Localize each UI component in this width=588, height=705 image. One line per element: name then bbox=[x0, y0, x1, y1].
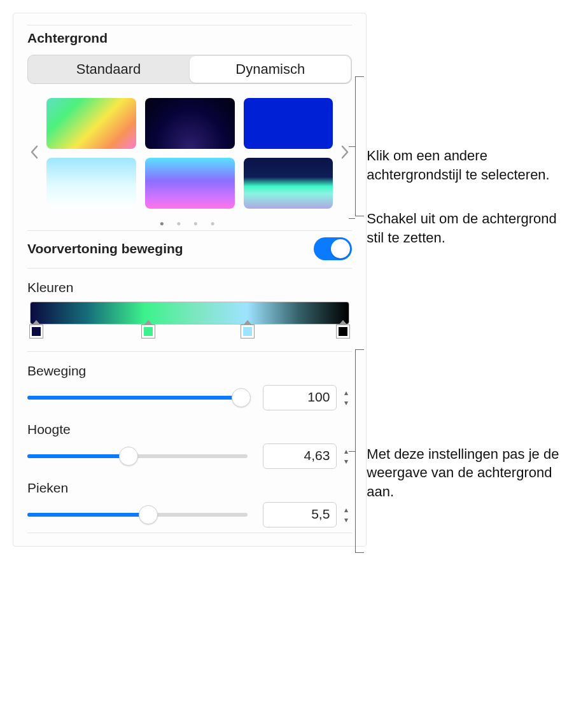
pieken-label: Pieken bbox=[27, 480, 352, 496]
stepper-down-icon[interactable]: ▾ bbox=[340, 398, 352, 407]
callout-toggle-motion: Schakel uit om de achtergrond stil te ze… bbox=[367, 209, 575, 247]
background-style-picker bbox=[27, 98, 352, 209]
hoogte-label: Hoogte bbox=[27, 422, 352, 437]
background-settings-panel: Achtergrond Standaard Dynamisch ● ● ● ● … bbox=[13, 13, 367, 547]
background-section-title: Achtergrond bbox=[27, 31, 352, 46]
background-thumbnail[interactable] bbox=[244, 158, 333, 209]
background-mode-segment: Standaard Dynamisch bbox=[27, 55, 352, 84]
background-thumbnail[interactable] bbox=[244, 98, 333, 149]
hoogte-slider[interactable] bbox=[27, 447, 248, 465]
beweging-slider[interactable] bbox=[27, 389, 248, 407]
divider bbox=[27, 25, 352, 25]
page-dots[interactable]: ● ● ● ● bbox=[27, 219, 352, 228]
color-stop[interactable] bbox=[29, 325, 43, 339]
color-stops-row bbox=[30, 325, 349, 342]
beweging-label: Beweging bbox=[27, 363, 352, 379]
hoogte-value[interactable]: 4,63 bbox=[263, 443, 337, 469]
stepper-up-icon[interactable]: ▴ bbox=[340, 388, 352, 397]
chevron-left-icon[interactable] bbox=[27, 144, 41, 164]
stepper-down-icon[interactable]: ▾ bbox=[340, 515, 352, 524]
callout-column: Klik om een andere achtergrondstijl te s… bbox=[367, 13, 575, 547]
background-thumbnail[interactable] bbox=[46, 98, 136, 149]
pieken-slider[interactable] bbox=[27, 506, 248, 524]
tab-dynamic[interactable]: Dynamisch bbox=[190, 56, 351, 83]
beweging-value[interactable]: 100 bbox=[263, 385, 337, 410]
tab-standard[interactable]: Standaard bbox=[28, 55, 189, 83]
pieken-value[interactable]: 5,5 bbox=[263, 502, 337, 527]
preview-motion-label: Voorvertoning beweging bbox=[27, 241, 183, 256]
background-thumbnail[interactable] bbox=[46, 158, 136, 209]
background-thumbnail[interactable] bbox=[145, 98, 235, 149]
preview-motion-toggle[interactable] bbox=[314, 237, 352, 260]
colors-label: Kleuren bbox=[27, 280, 352, 295]
callout-select-style: Klik om een andere achtergrondstijl te s… bbox=[367, 146, 575, 184]
divider bbox=[27, 351, 352, 352]
divider bbox=[27, 230, 352, 231]
stepper-down-icon[interactable]: ▾ bbox=[340, 457, 352, 466]
divider bbox=[27, 268, 352, 269]
color-gradient-bar[interactable] bbox=[30, 302, 349, 325]
callout-adjust-look: Met deze instellingen pas je de weergave… bbox=[367, 445, 575, 501]
divider bbox=[27, 533, 352, 533]
stepper-up-icon[interactable]: ▴ bbox=[340, 505, 352, 514]
color-stop[interactable] bbox=[141, 325, 155, 339]
background-thumbnail[interactable] bbox=[145, 158, 235, 209]
color-stop[interactable] bbox=[241, 325, 255, 339]
color-stop[interactable] bbox=[336, 325, 350, 339]
